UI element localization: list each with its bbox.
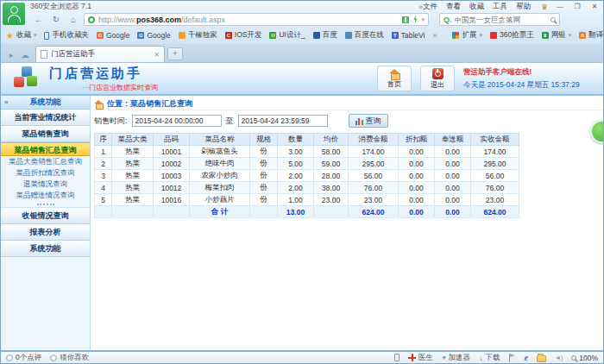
download-button[interactable]: ↓下载 <box>479 353 500 363</box>
table-cell: 28.00 <box>314 170 349 182</box>
table-cell: 3.00 <box>278 146 314 158</box>
table-cell: 2 <box>95 158 112 170</box>
breadcrumb-home-icon <box>94 100 104 108</box>
qrcode-icon[interactable] <box>402 16 409 23</box>
sidebar-item-gift-dish-query[interactable]: 菜品赠送情况查询 <box>1 190 90 201</box>
collapse-icon[interactable]: » <box>4 98 8 106</box>
sidebar-item-discount-query[interactable]: 菜品折扣情况查询 <box>1 167 90 179</box>
speed-lightning-icon[interactable] <box>412 16 418 24</box>
tool-ticket-king[interactable]: 360抢票王 <box>490 30 534 41</box>
ie-icon: e <box>525 353 528 362</box>
sidebar-item-current-business-stats[interactable]: 当前营业情况统计 <box>1 110 90 126</box>
menu-view[interactable]: 查看 <box>446 2 461 12</box>
tool-translate[interactable]: A翻译▾ <box>579 30 603 41</box>
search-logo-icon: Q. <box>444 16 452 24</box>
table-row: 4热菜10012梅菜扣肉份2.0038.0076.000.000.0076.00 <box>95 182 519 194</box>
home-button[interactable]: ⌂ <box>66 14 80 26</box>
chart-icon <box>355 117 363 125</box>
table-cell: 农家小炒肉 <box>190 170 250 182</box>
folder-button[interactable] <box>537 354 546 362</box>
download-arrow-icon: ↓ <box>479 354 483 362</box>
sidebar-item-system-functions[interactable]: 系统功能 <box>1 241 90 257</box>
date-to-input[interactable] <box>238 115 328 127</box>
sidebar-item-category-sales-summary[interactable]: 菜品大类销售汇总查询 <box>1 156 90 167</box>
bookmark-qianxiang[interactable]: 千橡独家 <box>179 30 217 41</box>
restore-button[interactable]: ❐ <box>569 3 586 10</box>
address-bar[interactable]: http://www.pos368.com/default.aspx ▾ <box>84 13 429 26</box>
back-button[interactable]: ← <box>32 14 46 26</box>
vip-crown-icon[interactable]: ♛ <box>541 3 548 11</box>
table-cell: 59.00 <box>314 158 349 170</box>
table-cell: 0.00 <box>435 146 471 158</box>
table-cell: 小炒藕片 <box>190 194 250 206</box>
mobile-status-button[interactable] <box>394 354 400 361</box>
table-cell: 0.00 <box>435 170 471 182</box>
recommend-icon <box>50 355 57 361</box>
bookmark-favicon-icon <box>345 32 352 39</box>
tool-ebank[interactable]: ¥网银▾ <box>542 30 572 41</box>
table-cell: 份 <box>250 146 278 158</box>
col-seq: 序 <box>95 134 112 146</box>
table-cell <box>154 206 190 218</box>
menu-favorites[interactable]: 收藏 <box>469 2 484 12</box>
bookmark-google-2[interactable]: GGoogle <box>137 31 170 40</box>
table-header-row: 序 菜品大类 品码 菜品名称 规格 数量 均价 消费金额 折扣额 奉送额 实收金… <box>95 134 519 146</box>
bookmark-ios-dev[interactable]: CIOS开发 <box>225 30 262 41</box>
recommend-status[interactable]: 猜你喜欢 <box>50 353 89 363</box>
query-button[interactable]: 查询 <box>349 114 388 128</box>
bookmark-tablevi[interactable]: TTableVi <box>392 31 425 40</box>
minimize-button[interactable]: — <box>551 3 569 10</box>
speaker-button[interactable]: ◄) <box>555 355 563 361</box>
chevron-down-icon[interactable]: ▾ <box>421 16 425 23</box>
bookmark-favicon-icon: G <box>137 32 144 39</box>
sidebar-item-dish-sales-query[interactable]: 菜品销售查询 <box>1 126 90 142</box>
table-cell: 76.00 <box>471 182 519 194</box>
bookmark-favorites[interactable]: ★收藏▾ <box>6 30 36 41</box>
bookmark-google-1[interactable]: GGoogle <box>97 31 129 40</box>
sidebar-item-dish-sales-summary[interactable]: 菜品销售汇总查询 <box>1 142 90 156</box>
bookmark-baidu[interactable]: 百度 <box>313 30 337 41</box>
table-row: 3热菜10003农家小炒肉份2.0028.0056.000.000.0056.0… <box>95 170 519 182</box>
sidebar-item-cashier-query[interactable]: 收银情况查询 <box>1 208 90 224</box>
menu-help[interactable]: 帮助 <box>516 2 531 12</box>
sidebar-header[interactable]: »系统功能 <box>1 96 90 110</box>
search-input[interactable] <box>455 16 548 24</box>
search-magnifier-icon[interactable] <box>551 17 556 22</box>
bookmark-mobile-favorites[interactable]: 手机收藏夹 <box>44 30 89 41</box>
menu-tools[interactable]: 工具 <box>493 2 507 12</box>
bookmark-ui-design[interactable]: UUI设计_ <box>269 30 305 41</box>
sidebar-collapse-grip[interactable] <box>1 201 90 208</box>
table-cell: 5.00 <box>278 158 314 170</box>
zoom-control[interactable]: 100% <box>571 354 598 362</box>
col-code: 品码 <box>154 134 190 146</box>
cloud-sync-icon[interactable]: ☁ <box>18 48 32 62</box>
main-content: 位置：菜品销售汇总查询 销售时间: 至 查询 序 <box>91 96 603 350</box>
table-cell: 10012 <box>154 182 190 194</box>
sidebar-item-returned-dish-query[interactable]: 退菜情况查询 <box>1 179 90 190</box>
sidebar-item-report-analysis[interactable]: 报表分析 <box>1 224 90 241</box>
search-box[interactable]: Q. <box>439 13 560 26</box>
bookmarks-overflow-icon[interactable]: » <box>432 31 437 40</box>
doctor-button[interactable]: 医生 <box>408 353 433 363</box>
col-dish-name: 菜品名称 <box>190 134 250 146</box>
bookmark-favicon-icon: U <box>269 32 276 39</box>
reviews-status[interactable]: 0个点评 <box>6 353 41 363</box>
menu-file[interactable]: 文件 <box>423 2 437 12</box>
tool-extensions[interactable]: 扩展▾ <box>452 30 482 41</box>
flag-button[interactable] <box>509 354 516 362</box>
bookmark-baidu-online[interactable]: 百度在线 <box>345 30 384 41</box>
sidebar-toggle-icon[interactable]: ▸ <box>4 48 18 62</box>
user-avatar-icon[interactable] <box>3 3 25 25</box>
table-cell: 10003 <box>154 170 190 182</box>
app-home-button[interactable]: 首页 <box>377 66 412 91</box>
close-button[interactable]: ✕ <box>586 3 603 10</box>
tab-close-icon[interactable]: ✕ <box>154 51 160 59</box>
bookmarks-bar: ★收藏▾ 手机收藏夹 GGoogle GGoogle 千橡独家 CIOS开发 U… <box>1 27 603 44</box>
app-exit-button[interactable]: 退出 <box>420 66 455 91</box>
tab-store-assistant[interactable]: 门店营运助手 ✕ <box>35 46 165 62</box>
date-from-input[interactable] <box>132 115 222 127</box>
refresh-button[interactable]: ↻ <box>49 14 63 26</box>
ie-mode-button[interactable]: e <box>525 353 528 362</box>
new-tab-button[interactable]: + <box>167 47 183 60</box>
accelerator-button[interactable]: »加速器 <box>442 353 470 363</box>
